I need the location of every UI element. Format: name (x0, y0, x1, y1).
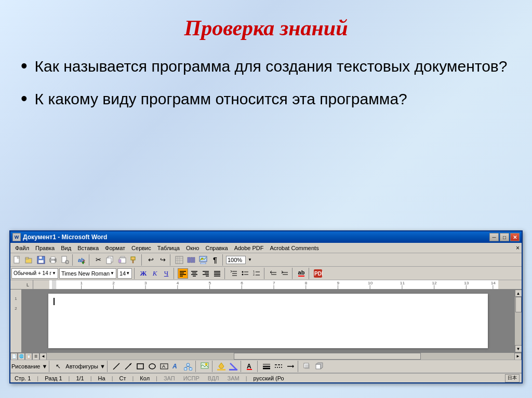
arrow-style-button[interactable] (285, 361, 296, 372)
close-button[interactable]: ✕ (510, 233, 520, 241)
svg-rect-32 (201, 263, 206, 264)
scroll-right-button[interactable]: ► (514, 353, 522, 360)
menu-view[interactable]: Вид (58, 244, 74, 252)
cut-button[interactable]: ✂ (92, 254, 104, 266)
ellipse-button[interactable] (147, 361, 158, 372)
numbering-button[interactable]: 1.2. (251, 268, 262, 279)
decrease-indent-button[interactable] (268, 268, 278, 279)
size-dropdown-arrow[interactable]: ▼ (126, 271, 130, 276)
save-button[interactable] (35, 254, 47, 266)
copy-button[interactable] (104, 254, 116, 266)
undo-button[interactable]: ↩ (145, 254, 156, 266)
maximize-button[interactable]: □ (500, 233, 509, 241)
align-justify-button[interactable] (212, 268, 222, 279)
drawing-button[interactable] (197, 254, 209, 266)
scroll-track[interactable] (515, 297, 522, 345)
zoom-dropdown[interactable]: ▼ (246, 254, 254, 266)
fill-color-button[interactable] (216, 361, 227, 372)
style-dropdown-arrow[interactable]: ▼ (52, 271, 56, 276)
wordart-button[interactable]: A (170, 361, 182, 372)
hscroll-track[interactable] (47, 353, 514, 360)
outline-view-button[interactable]: ☰ (32, 353, 39, 360)
style-selector[interactable]: Обычный + 14 г ▼ (11, 268, 58, 279)
show-formatting-button[interactable]: ¶ (209, 254, 221, 266)
bullets-button[interactable] (240, 268, 250, 279)
print-button[interactable] (47, 254, 59, 266)
scroll-thumb[interactable] (515, 297, 522, 312)
menu-close-x[interactable]: × (516, 244, 520, 252)
formatpaint-button[interactable] (128, 254, 140, 266)
bold-button[interactable]: Ж (138, 268, 149, 279)
document-page[interactable] (48, 294, 488, 348)
diagram-button[interactable] (182, 361, 194, 372)
scroll-left-button[interactable]: ◄ (39, 353, 47, 360)
svg-rect-22 (132, 260, 134, 263)
zoom-input[interactable]: 100% (226, 256, 246, 264)
scroll-down-button[interactable]: ▼ (515, 345, 522, 352)
preview-button[interactable] (59, 254, 71, 266)
redo-button[interactable]: ↪ (157, 254, 168, 266)
line-style-button[interactable] (261, 361, 272, 372)
scroll-up-button[interactable]: ▲ (515, 290, 522, 297)
svg-text:8: 8 (305, 281, 308, 286)
menu-adobe[interactable]: Adobe PDF (232, 244, 267, 252)
text-cursor (54, 298, 55, 305)
menu-acrobat[interactable]: Acrobat Comments (268, 244, 322, 252)
dash-style-button[interactable] (273, 361, 284, 372)
menu-help[interactable]: Справка (203, 244, 230, 252)
columns-button[interactable] (185, 254, 197, 266)
clipart-button[interactable] (199, 361, 210, 372)
line-color-button[interactable] (228, 361, 239, 372)
align-right-button[interactable] (201, 268, 211, 279)
menu-tools[interactable]: Сервис (129, 244, 154, 252)
italic-button[interactable]: К (150, 268, 160, 279)
web-view-button[interactable]: 🌐 (18, 353, 25, 360)
svg-point-108 (189, 367, 192, 370)
increase-indent-button[interactable] (280, 268, 290, 279)
3d-button[interactable] (313, 361, 325, 372)
align-left-button[interactable] (178, 268, 188, 279)
menu-table[interactable]: Таблица (155, 244, 182, 252)
menu-insert[interactable]: Вставка (75, 244, 101, 252)
hscroll-thumb[interactable] (234, 353, 421, 360)
shadow-button[interactable] (301, 361, 313, 372)
print-layout-button[interactable]: 📋 (25, 353, 32, 360)
new-button[interactable] (11, 254, 23, 266)
rectangle-button[interactable] (135, 361, 146, 372)
minimize-button[interactable]: ─ (489, 233, 499, 241)
line-button[interactable] (111, 361, 122, 372)
open-button[interactable] (23, 254, 35, 266)
spellcheck-button[interactable]: abc (76, 254, 87, 266)
size-selector[interactable]: 14 ▼ (117, 268, 132, 279)
font-dropdown-arrow[interactable]: ▼ (110, 271, 114, 276)
svg-text:PDF: PDF (314, 271, 323, 277)
ime-button[interactable]: 日本 (505, 374, 520, 382)
text-color-button[interactable]: ab (296, 268, 307, 279)
align-center-button[interactable] (189, 268, 200, 279)
status-zap: ЗАП (162, 375, 177, 381)
paste-button[interactable] (116, 254, 128, 266)
status-ispr: ИСПР (181, 375, 202, 381)
svg-text:A: A (172, 363, 177, 370)
line-spacing-button[interactable] (229, 268, 239, 279)
font-color-button[interactable]: A (244, 361, 256, 372)
underline-button[interactable]: Ч (161, 268, 171, 279)
arrow-line-button[interactable] (123, 361, 134, 372)
slide-background: Проверка знаний • Как называется програм… (0, 0, 532, 398)
more-button[interactable]: PDF (313, 268, 323, 279)
menu-file[interactable]: Файл (12, 244, 32, 252)
svg-text:A: A (247, 363, 251, 370)
textbox-button[interactable]: A (158, 361, 170, 372)
insert-table-button[interactable] (174, 254, 185, 266)
font-selector[interactable]: Times New Roman ▼ (59, 268, 116, 279)
ruler-corner[interactable]: L (26, 282, 29, 287)
draw-label[interactable]: Рисование ▼ (11, 363, 47, 369)
select-button[interactable]: ↖ (52, 361, 64, 372)
menu-format[interactable]: Формат (102, 244, 128, 252)
menu-window[interactable]: Окно (183, 244, 202, 252)
autofig-label[interactable]: Автофигуры ▼ (65, 363, 105, 369)
svg-text:6: 6 (241, 281, 243, 286)
normal-view-button[interactable]: 📄 (10, 353, 18, 360)
menu-edit[interactable]: Правка (33, 244, 57, 252)
document-inner[interactable] (22, 290, 514, 352)
